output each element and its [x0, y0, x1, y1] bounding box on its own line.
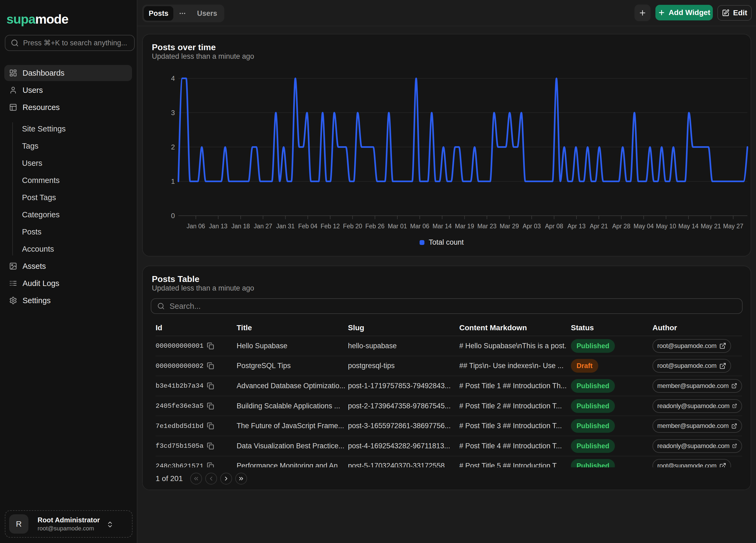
svg-text:Apr 03: Apr 03 [523, 223, 541, 230]
svg-text:Jan 18: Jan 18 [231, 223, 250, 230]
svg-text:Feb 12: Feb 12 [321, 223, 340, 230]
svg-text:Mar 19: Mar 19 [455, 223, 474, 230]
svg-text:May 04: May 04 [633, 223, 654, 230]
svg-text:0: 0 [171, 212, 175, 220]
svg-text:Mar 23: Mar 23 [477, 223, 497, 230]
svg-text:Feb 20: Feb 20 [343, 223, 362, 230]
svg-text:Mar 29: Mar 29 [500, 223, 519, 230]
svg-text:May 14: May 14 [678, 223, 699, 230]
svg-text:Mar 14: Mar 14 [432, 223, 452, 230]
svg-text:4: 4 [171, 74, 175, 82]
svg-text:Feb 26: Feb 26 [365, 223, 385, 230]
svg-text:Jan 13: Jan 13 [209, 223, 227, 230]
svg-text:May 27: May 27 [723, 223, 743, 230]
svg-text:Apr 21: Apr 21 [590, 223, 608, 230]
svg-text:3: 3 [171, 109, 175, 117]
svg-text:Jan 27: Jan 27 [254, 223, 272, 230]
svg-text:Mar 06: Mar 06 [410, 223, 430, 230]
svg-text:2: 2 [171, 143, 175, 151]
svg-text:May 10: May 10 [656, 223, 676, 230]
svg-text:1: 1 [171, 177, 175, 185]
svg-text:Jan 31: Jan 31 [276, 223, 295, 230]
svg-text:Apr 08: Apr 08 [545, 223, 563, 230]
svg-text:May 21: May 21 [701, 223, 721, 230]
svg-text:Mar 01: Mar 01 [388, 223, 407, 230]
svg-text:Jan 06: Jan 06 [186, 223, 205, 230]
svg-text:Apr 28: Apr 28 [612, 223, 630, 230]
svg-text:Apr 13: Apr 13 [567, 223, 586, 230]
svg-text:Feb 04: Feb 04 [298, 223, 317, 230]
